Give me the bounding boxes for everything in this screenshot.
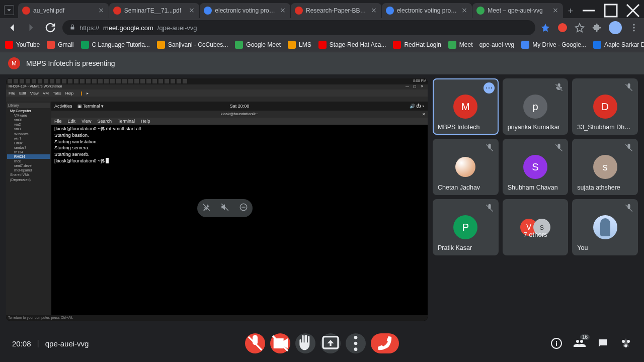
participant-tile-others[interactable]: V s 7 others [503,199,569,255]
leave-call-button[interactable] [371,333,399,353]
participant-tile[interactable]: S Shubham Chavan [503,139,569,195]
close-icon[interactable] [370,7,377,14]
bookmark-lms[interactable]: LMS [288,41,311,49]
camera-toggle-button[interactable] [270,333,290,353]
bookmark-label: RedHat Login [404,41,441,48]
close-icon[interactable] [98,7,105,14]
library-item[interactable]: Shared VMs (Deprecated) [7,172,50,182]
present-screen-button[interactable] [320,333,341,353]
library-item[interactable]: Linux [7,141,50,145]
tab-2[interactable]: electronic voting process u... [200,3,290,18]
term-menu-item[interactable]: File [54,119,62,124]
extension-icon[interactable] [557,23,568,33]
close-icon[interactable] [279,7,286,14]
library-item[interactable]: cent7-devel [7,163,50,168]
minimize-button[interactable] [578,3,600,18]
library-item[interactable]: vm01 [7,118,50,122]
library-item[interactable]: Windows [7,132,50,136]
bookmark-sanjivani[interactable]: Sanjivani - CoCubes... [157,41,228,49]
reading-list-icon[interactable] [575,23,585,33]
close-icon[interactable] [552,7,559,14]
back-button[interactable] [5,21,19,35]
participant-tile[interactable]: Chetan Jadhav [433,139,499,195]
bookmark-aaple[interactable]: Aaple Sarkar DBT [593,41,644,49]
vm-menu-item[interactable]: Tabs [53,91,61,96]
chrome-menu-button[interactable] [629,23,639,33]
tab-4[interactable]: electronic voting process u... [382,3,472,18]
tab-search-button[interactable] [4,5,14,15]
people-button[interactable]: 16 [574,337,586,349]
term-menu-item[interactable]: Help [141,119,150,124]
term-line: Starting serverb. [54,151,90,157]
new-tab-button[interactable]: + [564,4,578,18]
more-options-button[interactable] [346,333,366,353]
close-icon[interactable] [188,7,195,14]
library-item[interactable]: VMware [7,113,50,118]
library-item[interactable]: vm2 [7,122,50,127]
close-icon[interactable] [461,7,468,14]
mic-toggle-button[interactable] [245,333,265,353]
tab-0[interactable]: au_vehi.pdf [18,3,109,18]
participant-tile[interactable]: P Pratik Kasar [433,199,499,255]
vm-menu-item[interactable]: VM [43,91,49,96]
tab-3[interactable]: Research-Paper-BBEVS.pdf [291,3,381,18]
library-item[interactable]: rhce [7,159,50,163]
unpin-icon[interactable] [202,203,211,214]
bookmark-star-icon[interactable] [540,23,550,33]
vm-title-text: RH034-134 - VMware Workstation [9,84,62,89]
gnome-app-name[interactable]: Terminal ▾ [83,104,104,109]
bookmark-redhat-login[interactable]: RedHat Login [393,41,441,49]
shared-screen[interactable]: 8:08 PM RH034-134 - VMware Workstation— … [6,78,428,321]
bookmark-drive[interactable]: My Drive - Google... [521,41,586,49]
tab-5-active[interactable]: Meet – qpe-auei-vvg [472,3,563,18]
extensions-button[interactable] [592,23,602,33]
remove-icon[interactable] [239,203,248,214]
tab-1[interactable]: SeminarTE__71...pdf [109,3,200,18]
bookmark-clang[interactable]: C Language Tutoria... [81,41,150,49]
library-item[interactable]: win7 [7,136,50,141]
bookmark-youtube[interactable]: YouTube [5,41,40,49]
close-window-button[interactable] [622,3,644,18]
reload-button[interactable] [43,21,57,35]
bookmark-meet2[interactable]: Meet – qpe-auei-vvg [448,41,514,49]
terminal-body[interactable]: [kiosk@foundation0 ~]$ rht-vmctl start a… [51,125,428,165]
meet-app: M MBPS Infotech is presenting 8:08 PM RH… [0,52,644,362]
participant-tile[interactable]: s sujata athshere [572,139,638,195]
library-item[interactable]: rhel-8panel [7,168,50,172]
term-menu-item[interactable]: View [82,119,91,124]
mute-remote-icon[interactable] [220,203,229,214]
term-menu-item[interactable]: Edit [68,119,76,124]
vm-menu-item[interactable]: File [9,91,15,96]
vm-menu-item[interactable]: Edit [19,91,26,96]
term-menu-item[interactable]: Search [97,119,112,124]
participant-tile[interactable]: p priyanka Kumatkar [503,78,569,135]
participant-tile[interactable]: D 33_Shubham Dha... [572,78,638,135]
library-item-selected[interactable]: RH034 [7,154,50,159]
tab-title: SeminarTE__71...pdf [124,7,186,14]
url-input[interactable]: https://meet.google.com/qpe-auei-vvg [62,20,535,35]
library-item[interactable]: centos7 [7,145,50,150]
terminal-close-icon[interactable]: ✕ [422,111,426,118]
participant-tile-you[interactable]: You [572,199,638,255]
profile-avatar[interactable] [609,21,622,34]
library-item[interactable]: rh134 [7,150,50,154]
vm-menu-item[interactable]: View [30,91,39,96]
bookmark-gmail[interactable]: Gmail [47,41,73,49]
meeting-details-button[interactable] [550,337,562,349]
tile-more-icon[interactable]: ⋯ [484,82,495,94]
vm-library-panel[interactable]: Library My Computer VMware vm01 vm2 vm3 … [6,102,51,315]
gnome-system-menu[interactable]: 🔊 ⏻ ▾ [410,104,425,109]
library-item[interactable]: My Computer [7,109,50,113]
participant-tile[interactable]: ⋯ M MBPS Infotech [433,78,499,135]
bookmark-redhat-stage[interactable]: Stage-Red Hat Aca... [318,41,386,49]
activities-button[interactable] [620,337,632,349]
maximize-button[interactable] [600,3,622,18]
vm-menu-item[interactable]: Help [65,91,73,96]
library-item[interactable]: vm3 [7,127,50,131]
term-menu-item[interactable]: Terminal [118,119,135,124]
chat-button[interactable] [597,337,609,349]
bookmark-meet[interactable]: Google Meet [235,41,281,49]
forward-button[interactable] [24,21,38,35]
gnome-activities[interactable]: Activities [54,104,72,109]
raise-hand-button[interactable] [295,333,315,353]
